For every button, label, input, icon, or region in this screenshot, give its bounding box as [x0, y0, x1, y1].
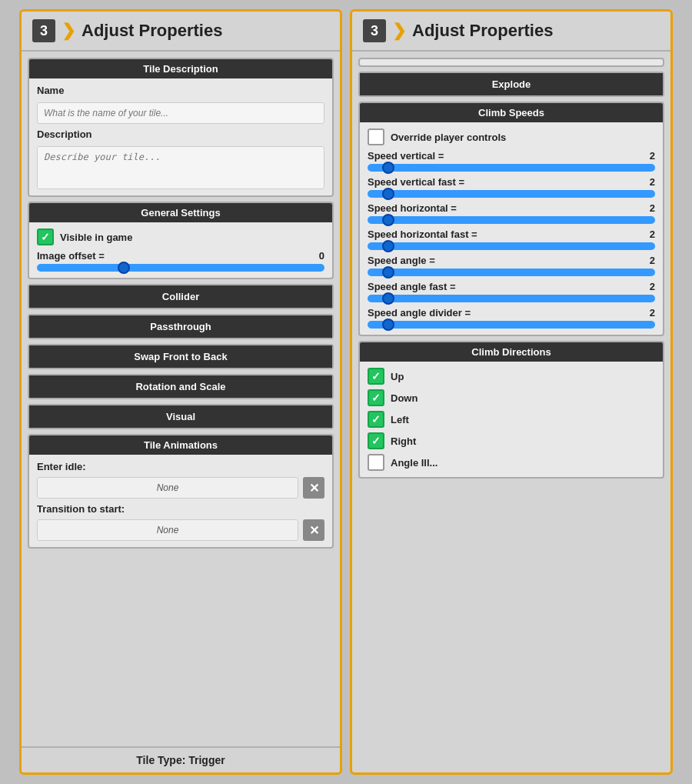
- right-panel-title: Adjust Properties: [412, 21, 553, 41]
- left-panel-content: Tile Description Name Description Genera…: [22, 52, 340, 746]
- climb-directions-section: Climb Directions ✓ Up ✓ Down ✓ Left ✓ Ri…: [358, 341, 664, 479]
- speed-vertical-fast-value: 2: [650, 176, 655, 188]
- left-chevron-icon: ❯: [62, 21, 75, 41]
- speed-horizontal-label: Speed horizontal =: [368, 202, 457, 214]
- speed-angle-row: Speed angle = 2: [368, 255, 655, 276]
- speed-vertical-track[interactable]: [368, 164, 655, 172]
- collider-header[interactable]: Collider: [29, 285, 332, 308]
- speed-vertical-label: Speed vertical =: [368, 150, 444, 162]
- image-offset-track[interactable]: [37, 264, 324, 272]
- right-check-icon: ✓: [371, 435, 381, 447]
- speed-angle-fast-header: Speed angle fast = 2: [368, 281, 655, 292]
- speed-horizontal-fast-thumb[interactable]: [382, 240, 394, 252]
- right-panel-content: Explode Climb Speeds Override player con…: [352, 52, 670, 772]
- right-panel-header: 3 ❯ Adjust Properties: [352, 12, 670, 52]
- left-label: Left: [391, 414, 409, 425]
- transition-input[interactable]: [37, 519, 298, 541]
- visible-in-game-row: ✓ Visible in game: [37, 229, 324, 245]
- name-input[interactable]: [37, 102, 324, 124]
- tile-description-header: Tile Description: [29, 59, 332, 78]
- right-chevron-icon: ❯: [392, 21, 406, 41]
- speed-horizontal-value: 2: [650, 202, 655, 214]
- visible-label: Visible in game: [60, 232, 132, 243]
- tile-animations-header: Tile Animations: [29, 435, 332, 455]
- visible-checkbox[interactable]: ✓: [37, 229, 54, 245]
- transition-clear-button[interactable]: ✕: [303, 519, 324, 541]
- speed-horizontal-header: Speed horizontal = 2: [368, 202, 655, 214]
- passthrough-header[interactable]: Passthrough: [29, 315, 332, 338]
- speed-angle-divider-thumb[interactable]: [382, 319, 394, 331]
- speed-horizontal-fast-header: Speed horizontal fast = 2: [368, 229, 655, 240]
- speed-angle-value: 2: [650, 255, 655, 266]
- speed-vertical-thumb[interactable]: [382, 162, 394, 174]
- enter-idle-field: Enter idle: ✕: [37, 461, 324, 499]
- transition-input-row: ✕: [37, 519, 324, 541]
- top-bar-section: [358, 58, 664, 67]
- visual-section: Visual: [28, 404, 334, 429]
- speed-angle-track[interactable]: [368, 269, 655, 276]
- collider-section: Collider: [28, 284, 334, 309]
- image-offset-header: Image offset = 0: [37, 250, 324, 262]
- speed-horizontal-fast-track[interactable]: [368, 242, 655, 250]
- up-check-icon: ✓: [371, 370, 381, 382]
- check-icon: ✓: [41, 231, 50, 243]
- explode-header[interactable]: Explode: [360, 73, 663, 95]
- general-settings-header: General Settings: [29, 203, 332, 222]
- angle-checkbox[interactable]: [368, 454, 384, 471]
- down-checkbox[interactable]: ✓: [368, 389, 384, 406]
- general-settings-body: ✓ Visible in game Image offset = 0: [29, 222, 332, 278]
- speed-vertical-fast-header: Speed vertical fast = 2: [368, 176, 655, 188]
- climb-directions-header: Climb Directions: [360, 342, 663, 362]
- speed-horizontal-fast-label: Speed horizontal fast =: [368, 229, 477, 240]
- image-offset-thumb[interactable]: [118, 262, 130, 274]
- up-checkbox[interactable]: ✓: [368, 368, 384, 385]
- image-offset-row: Image offset = 0: [37, 250, 324, 272]
- speed-angle-fast-track[interactable]: [368, 295, 655, 302]
- speed-horizontal-fast-row: Speed horizontal fast = 2: [368, 229, 655, 250]
- speed-horizontal-fast-value: 2: [650, 229, 655, 240]
- transition-label: Transition to start:: [37, 503, 324, 515]
- enter-idle-clear-button[interactable]: ✕: [303, 477, 324, 499]
- speed-angle-divider-value: 2: [650, 307, 655, 319]
- down-row: ✓ Down: [368, 389, 655, 406]
- right-label: Right: [391, 435, 416, 447]
- climb-speeds-section: Climb Speeds Override player controls Sp…: [358, 102, 664, 336]
- left-panel-footer: Tile Type: Trigger: [22, 746, 340, 772]
- explode-section: Explode: [358, 72, 664, 97]
- down-check-icon: ✓: [371, 392, 381, 404]
- speed-horizontal-thumb[interactable]: [382, 214, 394, 226]
- tile-description-section: Tile Description Name Description: [28, 58, 334, 197]
- up-row: ✓ Up: [368, 368, 655, 385]
- speed-vertical-fast-row: Speed vertical fast = 2: [368, 176, 655, 198]
- speed-vertical-fast-label: Speed vertical fast =: [368, 176, 464, 188]
- enter-idle-input-row: ✕: [37, 477, 324, 499]
- speed-horizontal-track[interactable]: [368, 216, 655, 224]
- down-label: Down: [391, 392, 418, 404]
- swap-front-section: Swap Front to Back: [28, 344, 334, 369]
- angle-row: Angle Ill...: [368, 454, 655, 471]
- angle-label: Angle Ill...: [391, 457, 437, 469]
- speed-vertical-value: 2: [650, 150, 655, 162]
- enter-idle-input[interactable]: [37, 477, 298, 499]
- rotation-header[interactable]: Rotation and Scale: [29, 375, 332, 398]
- left-row: ✓ Left: [368, 411, 655, 428]
- speed-angle-divider-track[interactable]: [368, 321, 655, 329]
- speed-vertical-header: Speed vertical = 2: [368, 150, 655, 162]
- override-checkbox[interactable]: [368, 128, 384, 145]
- left-checkbox[interactable]: ✓: [368, 411, 384, 428]
- speed-vertical-fast-thumb[interactable]: [382, 188, 394, 200]
- override-label: Override player controls: [391, 132, 506, 143]
- speed-vertical-fast-track[interactable]: [368, 190, 655, 198]
- speed-vertical-row: Speed vertical = 2: [368, 150, 655, 172]
- speed-angle-divider-row: Speed angle divider = 2: [368, 307, 655, 329]
- right-checkbox[interactable]: ✓: [368, 432, 384, 449]
- left-check-icon: ✓: [371, 413, 381, 425]
- climb-speeds-body: Override player controls Speed vertical …: [360, 122, 663, 335]
- description-input[interactable]: [37, 146, 324, 189]
- visual-header[interactable]: Visual: [29, 405, 332, 428]
- override-row: Override player controls: [368, 128, 655, 145]
- right-step-badge: 3: [363, 19, 386, 42]
- speed-angle-thumb[interactable]: [382, 266, 394, 279]
- speed-angle-fast-thumb[interactable]: [382, 292, 394, 305]
- swap-front-header[interactable]: Swap Front to Back: [29, 345, 332, 368]
